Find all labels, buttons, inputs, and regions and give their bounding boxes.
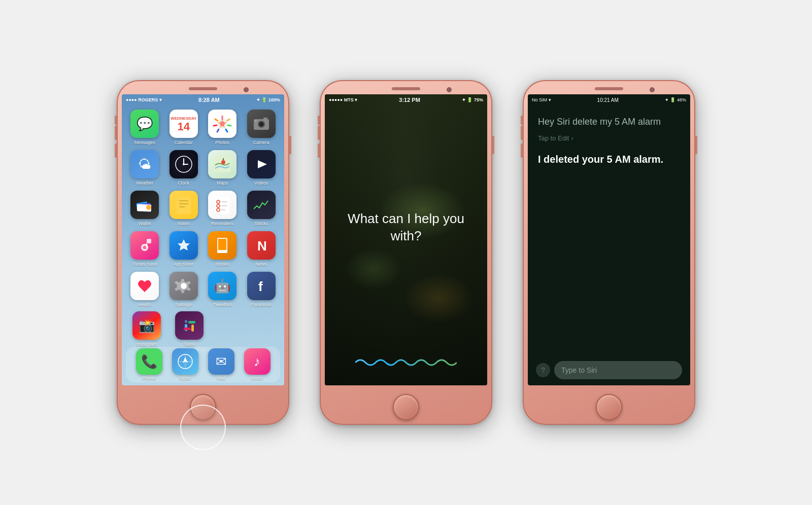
app-reminders[interactable]: Reminders	[206, 191, 240, 226]
app-slack[interactable]: Slack	[171, 311, 208, 347]
speaker-2	[392, 87, 420, 90]
siri-carrier: ●●●●● MTS ▾	[329, 97, 357, 102]
app-wallet[interactable]: Wallet	[128, 191, 162, 226]
app-clock[interactable]: Clock	[167, 150, 201, 186]
app-camera[interactable]: Camera	[245, 110, 279, 145]
home-button-2[interactable]	[393, 394, 419, 420]
app-photos[interactable]: Photos	[206, 110, 240, 145]
home-button-highlight	[180, 405, 226, 450]
app-tweetbot[interactable]: 🤖 Tweetbot	[206, 272, 240, 307]
siri-battery: ✦ 🔋 75%	[462, 97, 483, 102]
siri-status-bar: ●●●●● MTS ▾ 3:12 PM ✦ 🔋 75%	[325, 94, 487, 105]
type-to-siri-bar: ? Type to Siri	[528, 357, 690, 385]
svg-rect-41	[185, 320, 187, 323]
app-itunes[interactable]: iTunes Store	[128, 231, 162, 267]
phone-app-icon: 📞	[136, 348, 162, 375]
power-button-2[interactable]	[492, 136, 494, 154]
news-icon: N	[247, 231, 276, 260]
videos-label: Videos	[254, 181, 268, 186]
app-calendar[interactable]: Wednesday 14 Calendar	[167, 110, 201, 145]
svg-point-1	[220, 121, 225, 126]
stocks-icon	[247, 191, 276, 219]
phone-siri-response: No SIM ▾ 10:21 AM ✦ 🔋 46% Hey Siri delet…	[523, 80, 695, 425]
maps-icon	[208, 150, 236, 178]
svg-rect-36	[217, 251, 227, 253]
photos-label: Photos	[215, 140, 229, 145]
app-stocks[interactable]: Stocks	[245, 191, 279, 226]
type-to-siri-input[interactable]: Type to Siri	[554, 361, 682, 379]
app-maps[interactable]: Maps	[206, 150, 240, 186]
slack-icon	[175, 311, 204, 340]
facebook-label: Facebook	[251, 302, 272, 307]
instagram-label: Instagram	[137, 342, 157, 347]
facebook-icon: f	[247, 272, 276, 300]
app-notes[interactable]: Notes	[167, 191, 201, 226]
app-ibooks[interactable]: iBooks	[206, 231, 240, 267]
siri-wave	[325, 350, 487, 375]
volume-up-button-2[interactable]	[318, 126, 320, 140]
dock-music[interactable]: ♪ Music	[244, 348, 270, 381]
dock-phone[interactable]: 📞 Phone	[136, 348, 162, 381]
notes-icon	[170, 191, 198, 219]
phone-home: ●●●● ROGERS ▾ 8:28 AM ✦ 🔋 100% 💬 Message…	[117, 80, 289, 425]
camera-label: Camera	[253, 140, 269, 145]
dock-safari[interactable]: Safari	[172, 348, 198, 381]
silent-switch-3[interactable]	[521, 116, 523, 125]
phone-bottom-3	[523, 389, 695, 425]
safari-label: Safari	[179, 376, 191, 381]
volume-down-button-3[interactable]	[521, 143, 523, 158]
speaker-3	[595, 87, 623, 90]
silent-switch[interactable]	[115, 116, 117, 125]
siri-response-screen: No SIM ▾ 10:21 AM ✦ 🔋 46% Hey Siri delet…	[528, 94, 690, 385]
tap-to-edit-row[interactable]: Tap to Edit ›	[538, 134, 680, 142]
app-weather[interactable]: 🌤 Weather	[128, 150, 162, 186]
volume-up-button[interactable]	[115, 126, 117, 140]
volume-down-button-2[interactable]	[318, 143, 320, 158]
status-time: 8:28 AM	[198, 97, 220, 103]
dock-mail[interactable]: ✉ Mail	[208, 348, 234, 381]
app-messages[interactable]: 💬 Messages	[128, 110, 162, 145]
slack-label: Slack	[184, 342, 195, 347]
siri-help-button[interactable]: ?	[536, 363, 550, 377]
status-bar: ●●●● ROGERS ▾ 8:28 AM ✦ 🔋 100%	[122, 94, 284, 105]
instagram-icon: 📸	[132, 311, 161, 340]
appstore-label: App Store	[174, 262, 194, 267]
svg-rect-32	[147, 239, 151, 243]
app-instagram[interactable]: 📸 Instagram	[128, 311, 165, 347]
power-button[interactable]	[289, 136, 291, 154]
siri-question-text: What can I help you with?	[335, 210, 477, 245]
clock-label: Clock	[178, 181, 189, 186]
phone-bottom-2	[320, 389, 492, 425]
app-grid: 💬 Messages Wednesday 14 Calendar	[122, 105, 284, 311]
safari-icon	[172, 348, 198, 375]
home-button-3[interactable]	[596, 394, 622, 420]
tweetbot-icon: 🤖	[208, 272, 236, 300]
volume-down-button[interactable]	[115, 143, 117, 158]
svg-text:N: N	[257, 238, 267, 254]
app-appstore[interactable]: App Store	[167, 231, 201, 267]
health-icon	[130, 272, 159, 300]
svg-point-11	[183, 163, 185, 165]
app-videos[interactable]: Videos	[245, 150, 279, 186]
status-carrier: ●●●● ROGERS ▾	[126, 97, 162, 102]
app-facebook[interactable]: f Facebook	[245, 272, 279, 307]
weather-label: Weather	[136, 181, 153, 186]
app-settings[interactable]: Settings	[167, 272, 201, 307]
silent-switch-2[interactable]	[318, 116, 320, 125]
messages-label: Messages	[134, 140, 155, 145]
status-indicators: ✦ 🔋 100%	[256, 97, 280, 102]
app-health[interactable]: Health	[128, 272, 162, 307]
camera-icon	[247, 110, 276, 138]
type-to-siri-placeholder: Type to Siri	[561, 366, 597, 374]
power-button-3[interactable]	[695, 136, 697, 154]
weather-icon: 🌤	[130, 150, 159, 178]
response-status-bar: No SIM ▾ 10:21 AM ✦ 🔋 46%	[528, 94, 690, 105]
clock-icon	[170, 150, 198, 178]
mail-icon: ✉	[208, 348, 234, 375]
volume-up-button-3[interactable]	[521, 126, 523, 140]
ibooks-label: iBooks	[216, 262, 229, 267]
svg-rect-43	[192, 321, 195, 323]
svg-point-7	[255, 120, 256, 122]
app-news[interactable]: N News	[245, 231, 279, 267]
svg-marker-14	[258, 160, 267, 168]
